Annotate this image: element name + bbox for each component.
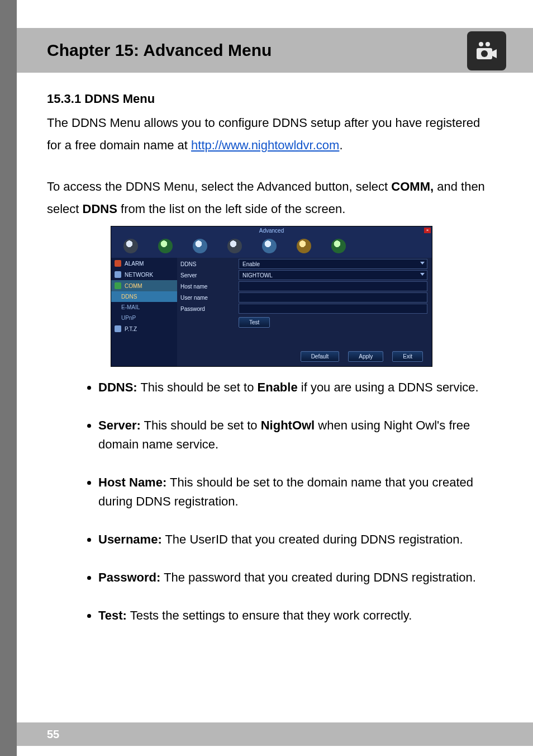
password-input[interactable]	[239, 304, 427, 314]
term: Test:	[98, 608, 127, 622]
comm-icon	[115, 282, 121, 289]
sidebar-item-ptz[interactable]: P.T.Z	[111, 323, 177, 334]
ddns-select[interactable]: Enable	[239, 259, 427, 269]
term: Host Name:	[98, 475, 166, 489]
access-term-ddns: DDNS	[83, 202, 117, 216]
server-select[interactable]: NIGHTOWL	[239, 270, 427, 280]
tool-icon-1[interactable]	[123, 239, 138, 253]
page-footer: 55	[17, 722, 533, 746]
ddns-registration-link[interactable]: http://www.nightowldvr.com	[191, 138, 339, 152]
term: Username:	[98, 532, 162, 546]
row-test: Test	[180, 317, 427, 327]
row-hostname: Host name	[180, 281, 427, 291]
exit-button[interactable]: Exit	[392, 351, 423, 362]
sidebar-item-comm[interactable]: COMM	[111, 280, 177, 291]
svg-point-0	[479, 42, 483, 46]
term: DDNS:	[98, 380, 137, 394]
test-button[interactable]: Test	[239, 317, 270, 328]
ddns-form: DDNS Enable Server NIGHTOWL Host name Us…	[180, 259, 427, 328]
server-value: NIGHTOWL	[242, 272, 273, 278]
sidebar-label: P.T.Z	[125, 326, 137, 332]
tool-icon-7[interactable]	[331, 239, 346, 253]
sidebar-label: COMM	[125, 283, 142, 289]
svg-point-1	[486, 42, 490, 46]
bullet-list: DDNS: This should be set to Enable if yo…	[47, 378, 486, 625]
button-row: Default Apply Exit	[301, 351, 423, 362]
row-server: Server NIGHTOWL	[180, 270, 427, 280]
page: Chapter 15: Advanced Menu 15.3.1 DDNS Me…	[0, 0, 533, 756]
tool-icon-4[interactable]	[227, 239, 242, 253]
toolbar	[115, 235, 429, 257]
svg-point-3	[481, 50, 488, 57]
text: Tests the settings to ensure that they w…	[127, 608, 412, 622]
label-username: User name	[180, 295, 239, 301]
dvr-screenshot: Advanced × ALARM NETWORK COMM DDNS E-MAI…	[111, 226, 432, 367]
default-button[interactable]: Default	[301, 351, 340, 362]
sidebar-label: NETWORK	[125, 272, 153, 278]
sidebar-item-email[interactable]: E-MAIL	[111, 302, 177, 313]
tool-icon-5[interactable]	[262, 239, 277, 253]
chapter-title: Chapter 15: Advanced Menu	[47, 41, 272, 60]
access-text: To access the DDNS Menu, select the Adva…	[47, 179, 391, 193]
tool-icon-3[interactable]	[193, 239, 207, 253]
row-username: User name	[180, 292, 427, 303]
bullet-password: Password: The password that you created …	[98, 568, 486, 587]
chapter-header: Chapter 15: Advanced Menu	[17, 28, 533, 73]
sidebar-label: ALARM	[125, 261, 144, 267]
sidebar-item-network[interactable]: NETWORK	[111, 269, 177, 280]
text: The UserID that you created during DDNS …	[162, 532, 463, 546]
sidebar-label: DDNS	[121, 294, 137, 300]
ddns-value: Enable	[242, 261, 260, 267]
apply-button[interactable]: Apply	[348, 351, 383, 362]
camera-logo-icon	[467, 31, 506, 70]
section-heading: 15.3.1 DDNS Menu	[47, 92, 486, 106]
access-paragraph: To access the DDNS Menu, select the Adva…	[47, 176, 486, 220]
label-hostname: Host name	[180, 284, 239, 290]
label-password: Password	[180, 306, 239, 312]
sidebar-label: UPnP	[121, 315, 136, 321]
window-title: Advanced	[111, 228, 432, 234]
term: Server:	[98, 418, 141, 432]
bullet-ddns: DDNS: This should be set to Enable if yo…	[98, 378, 486, 397]
tool-icon-6[interactable]	[297, 239, 311, 253]
dvr-body: ALARM NETWORK COMM DDNS E-MAIL UPnP P.T.…	[111, 258, 432, 366]
hostname-input[interactable]	[239, 281, 427, 291]
label-ddns: DDNS	[180, 261, 239, 267]
bullet-test: Test: Tests the settings to ensure that …	[98, 606, 486, 625]
text: The password that you created during DDN…	[160, 570, 476, 584]
dvr-sidebar: ALARM NETWORK COMM DDNS E-MAIL UPnP P.T.…	[111, 258, 177, 366]
content-body: 15.3.1 DDNS Menu The DDNS Menu allows yo…	[47, 85, 486, 644]
left-margin-bar	[0, 0, 17, 756]
chevron-down-icon	[420, 273, 425, 276]
tool-icon-2[interactable]	[158, 239, 173, 253]
alarm-icon	[115, 260, 121, 267]
sidebar-item-ddns[interactable]: DDNS	[111, 291, 177, 302]
text: This should be set to	[137, 380, 258, 394]
username-input[interactable]	[239, 292, 427, 303]
bullet-server: Server: This should be set to NightOwl w…	[98, 416, 486, 454]
row-ddns: DDNS Enable	[180, 259, 427, 269]
intro-text-tail: .	[339, 138, 342, 152]
row-password: Password	[180, 304, 427, 314]
chevron-down-icon	[420, 262, 425, 264]
ptz-icon	[115, 325, 121, 332]
text: This should be set to	[141, 418, 261, 432]
network-icon	[115, 271, 121, 278]
bullet-hostname: Host Name: This should be set to the dom…	[98, 473, 486, 511]
label-server: Server	[180, 272, 239, 278]
sidebar-item-alarm[interactable]: ALARM	[111, 258, 177, 269]
access-text3: from the list on the left side of the sc…	[117, 202, 345, 216]
term2: NightOwl	[261, 418, 315, 432]
sidebar-label: E-MAIL	[121, 304, 140, 310]
term2: Enable	[258, 380, 298, 394]
access-term-comm: COMM,	[391, 179, 434, 193]
intro-paragraph: The DDNS Menu allows you to configure DD…	[47, 112, 486, 157]
bullet-username: Username: The UserID that you created du…	[98, 530, 486, 549]
page-number: 55	[47, 728, 59, 741]
sidebar-item-upnp[interactable]: UPnP	[111, 313, 177, 323]
text-after: if you are using a DDNS service.	[298, 380, 479, 394]
close-icon[interactable]: ×	[424, 228, 431, 233]
term: Password:	[98, 570, 160, 584]
